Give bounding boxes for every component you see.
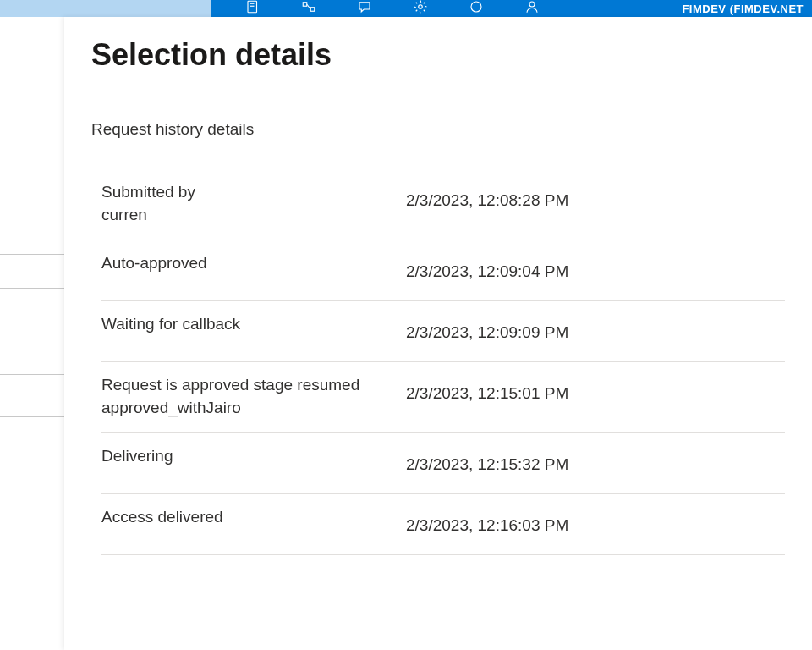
history-status: Submitted bycurren (102, 181, 406, 226)
svg-rect-4 (310, 8, 315, 12)
history-status-text: Request is approved stage resumed (102, 374, 389, 397)
history-status-text: Waiting for callback (102, 313, 389, 336)
chat-icon[interactable] (357, 0, 372, 18)
history-list: Submitted bycurren2/3/2023, 12:08:28 PMA… (102, 169, 785, 555)
notebook-icon[interactable] (245, 0, 261, 18)
history-status-subtext: curren (102, 204, 389, 227)
circle-icon[interactable] (469, 0, 484, 18)
svg-line-5 (307, 4, 311, 9)
domain-label: FIMDEV (FIMDEV.NET (682, 3, 804, 15)
history-row: Access delivered2/3/2023, 12:16:03 PM (102, 494, 785, 555)
sidebar-divider (0, 416, 64, 417)
svg-point-7 (471, 2, 481, 12)
svg-rect-3 (303, 3, 307, 7)
history-status-text: Delivering (102, 445, 389, 468)
top-bar: FIMDEV (FIMDEV.NET (0, 0, 812, 17)
details-panel: Selection details Request history detail… (64, 17, 812, 650)
gear-icon[interactable] (413, 0, 428, 18)
history-timestamp: 2/3/2023, 12:16:03 PM (406, 506, 568, 535)
svg-rect-0 (248, 1, 257, 13)
sidebar-divider (0, 288, 64, 289)
history-status-subtext: approved_withJairo (102, 397, 389, 420)
history-status: Delivering (102, 445, 406, 468)
history-status: Request is approved stage resumedapprove… (102, 374, 406, 419)
left-sidebar (0, 17, 64, 650)
top-bar-icons (245, 0, 540, 17)
sidebar-divider (0, 254, 64, 255)
history-timestamp: 2/3/2023, 12:09:09 PM (406, 313, 568, 342)
history-status: Access delivered (102, 506, 406, 529)
history-timestamp: 2/3/2023, 12:15:01 PM (406, 374, 568, 403)
connector-icon[interactable] (301, 0, 316, 18)
history-row: Auto-approved2/3/2023, 12:09:04 PM (102, 240, 785, 301)
history-row: Delivering2/3/2023, 12:15:32 PM (102, 433, 785, 494)
history-timestamp: 2/3/2023, 12:15:32 PM (406, 445, 568, 474)
history-status-text: Auto-approved (102, 252, 389, 275)
history-row: Request is approved stage resumedapprove… (102, 362, 785, 433)
history-timestamp: 2/3/2023, 12:09:04 PM (406, 252, 568, 281)
person-icon[interactable] (524, 0, 540, 18)
history-status: Waiting for callback (102, 313, 406, 336)
history-status-text: Submitted by (102, 181, 389, 204)
history-timestamp: 2/3/2023, 12:08:28 PM (406, 181, 568, 210)
svg-point-6 (419, 5, 423, 9)
history-status-text: Access delivered (102, 506, 389, 529)
history-status: Auto-approved (102, 252, 406, 275)
sidebar-divider (0, 374, 64, 375)
history-row: Waiting for callback2/3/2023, 12:09:09 P… (102, 301, 785, 362)
top-bar-selected-tab[interactable] (0, 0, 211, 17)
section-label: Request history details (91, 120, 785, 139)
svg-point-8 (529, 2, 535, 7)
history-row: Submitted bycurren2/3/2023, 12:08:28 PM (102, 169, 785, 240)
panel-title: Selection details (91, 37, 785, 73)
